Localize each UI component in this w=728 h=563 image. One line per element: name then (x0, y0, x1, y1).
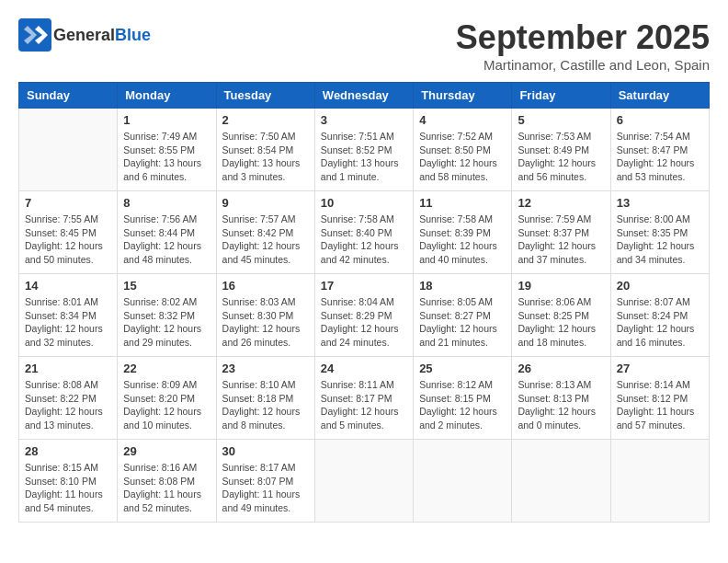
location-subtitle: Martinamor, Castille and Leon, Spain (456, 57, 710, 73)
calendar-cell: 20Sunrise: 8:07 AM Sunset: 8:24 PM Dayli… (610, 274, 709, 357)
calendar-cell: 15Sunrise: 8:02 AM Sunset: 8:32 PM Dayli… (118, 274, 216, 357)
day-info: Sunrise: 7:56 AM Sunset: 8:44 PM Dayligh… (123, 213, 210, 267)
day-number: 6 (617, 113, 703, 127)
calendar-cell: 30Sunrise: 8:17 AM Sunset: 8:07 PM Dayli… (216, 440, 314, 523)
day-number: 16 (222, 279, 309, 293)
calendar-cell: 18Sunrise: 8:05 AM Sunset: 8:27 PM Dayli… (414, 274, 512, 357)
day-info: Sunrise: 8:11 AM Sunset: 8:17 PM Dayligh… (321, 378, 407, 432)
day-number: 27 (617, 362, 703, 375)
calendar-cell: 19Sunrise: 8:06 AM Sunset: 8:25 PM Dayli… (512, 274, 610, 357)
day-info: Sunrise: 7:49 AM Sunset: 8:55 PM Dayligh… (123, 130, 210, 184)
day-info: Sunrise: 7:54 AM Sunset: 8:47 PM Dayligh… (617, 130, 703, 184)
calendar-cell: 3Sunrise: 7:51 AM Sunset: 8:52 PM Daylig… (314, 109, 413, 191)
day-info: Sunrise: 8:16 AM Sunset: 8:08 PM Dayligh… (123, 461, 210, 515)
calendar-cell: 2Sunrise: 7:50 AM Sunset: 8:54 PM Daylig… (216, 109, 314, 191)
day-header-thursday: Thursday (414, 83, 512, 109)
calendar-cell: 23Sunrise: 8:10 AM Sunset: 8:18 PM Dayli… (216, 357, 314, 440)
day-info: Sunrise: 8:14 AM Sunset: 8:12 PM Dayligh… (617, 378, 703, 432)
day-info: Sunrise: 8:07 AM Sunset: 8:24 PM Dayligh… (617, 295, 703, 350)
calendar-cell: 10Sunrise: 7:58 AM Sunset: 8:40 PM Dayli… (314, 191, 413, 274)
day-number: 30 (222, 444, 309, 458)
week-row-2: 7Sunrise: 7:55 AM Sunset: 8:45 PM Daylig… (19, 191, 710, 274)
day-info: Sunrise: 7:51 AM Sunset: 8:52 PM Dayligh… (321, 130, 407, 184)
day-number: 19 (518, 279, 604, 293)
calendar-cell: 4Sunrise: 7:52 AM Sunset: 8:50 PM Daylig… (414, 109, 512, 191)
week-row-5: 28Sunrise: 8:15 AM Sunset: 8:10 PM Dayli… (19, 440, 710, 523)
day-number: 28 (25, 444, 111, 458)
day-number: 13 (617, 196, 703, 210)
calendar-cell: 11Sunrise: 7:58 AM Sunset: 8:39 PM Dayli… (414, 191, 512, 274)
day-number: 1 (123, 113, 210, 127)
calendar-cell (314, 440, 413, 523)
calendar-cell: 17Sunrise: 8:04 AM Sunset: 8:29 PM Dayli… (314, 274, 413, 357)
day-info: Sunrise: 8:12 AM Sunset: 8:15 PM Dayligh… (419, 378, 506, 432)
day-info: Sunrise: 8:00 AM Sunset: 8:35 PM Dayligh… (617, 213, 703, 267)
day-number: 29 (123, 444, 210, 458)
day-info: Sunrise: 8:13 AM Sunset: 8:13 PM Dayligh… (518, 378, 604, 432)
day-number: 14 (25, 279, 111, 293)
calendar-cell: 6Sunrise: 7:54 AM Sunset: 8:47 PM Daylig… (610, 109, 709, 191)
day-number: 12 (518, 196, 604, 210)
day-number: 21 (25, 362, 111, 375)
calendar-header-row: SundayMondayTuesdayWednesdayThursdayFrid… (19, 83, 710, 109)
calendar-cell: 29Sunrise: 8:16 AM Sunset: 8:08 PM Dayli… (118, 440, 216, 523)
day-info: Sunrise: 8:15 AM Sunset: 8:10 PM Dayligh… (25, 461, 111, 515)
day-number: 15 (123, 279, 210, 293)
day-info: Sunrise: 8:01 AM Sunset: 8:34 PM Dayligh… (25, 295, 111, 350)
calendar-cell: 12Sunrise: 7:59 AM Sunset: 8:37 PM Dayli… (512, 191, 610, 274)
calendar-cell: 27Sunrise: 8:14 AM Sunset: 8:12 PM Dayli… (610, 357, 709, 440)
day-number: 26 (518, 362, 604, 375)
day-info: Sunrise: 8:06 AM Sunset: 8:25 PM Dayligh… (518, 295, 604, 350)
day-info: Sunrise: 7:58 AM Sunset: 8:39 PM Dayligh… (419, 213, 506, 267)
day-number: 18 (419, 279, 506, 293)
calendar-cell: 13Sunrise: 8:00 AM Sunset: 8:35 PM Dayli… (610, 191, 709, 274)
day-info: Sunrise: 8:10 AM Sunset: 8:18 PM Dayligh… (222, 378, 309, 432)
calendar-cell: 16Sunrise: 8:03 AM Sunset: 8:30 PM Dayli… (216, 274, 314, 357)
day-info: Sunrise: 8:04 AM Sunset: 8:29 PM Dayligh… (321, 295, 407, 350)
calendar-cell: 26Sunrise: 8:13 AM Sunset: 8:13 PM Dayli… (512, 357, 610, 440)
day-header-friday: Friday (512, 83, 610, 109)
day-number: 3 (321, 113, 407, 127)
calendar-cell: 7Sunrise: 7:55 AM Sunset: 8:45 PM Daylig… (19, 191, 118, 274)
day-number: 17 (321, 279, 407, 293)
day-header-tuesday: Tuesday (216, 83, 314, 109)
day-info: Sunrise: 8:09 AM Sunset: 8:20 PM Dayligh… (123, 378, 210, 432)
day-info: Sunrise: 7:50 AM Sunset: 8:54 PM Dayligh… (222, 130, 309, 184)
day-number: 23 (222, 362, 309, 375)
day-info: Sunrise: 8:03 AM Sunset: 8:30 PM Dayligh… (222, 295, 309, 350)
calendar-cell (512, 440, 610, 523)
calendar-cell: 22Sunrise: 8:09 AM Sunset: 8:20 PM Dayli… (118, 357, 216, 440)
day-info: Sunrise: 8:08 AM Sunset: 8:22 PM Dayligh… (25, 378, 111, 432)
day-number: 20 (617, 279, 703, 293)
day-number: 2 (222, 113, 309, 127)
day-info: Sunrise: 7:52 AM Sunset: 8:50 PM Dayligh… (419, 130, 506, 184)
calendar-cell: 21Sunrise: 8:08 AM Sunset: 8:22 PM Dayli… (19, 357, 118, 440)
day-number: 25 (419, 362, 506, 375)
calendar-cell: 5Sunrise: 7:53 AM Sunset: 8:49 PM Daylig… (512, 109, 610, 191)
day-info: Sunrise: 8:05 AM Sunset: 8:27 PM Dayligh… (419, 295, 506, 350)
day-header-wednesday: Wednesday (314, 83, 413, 109)
calendar-cell: 24Sunrise: 8:11 AM Sunset: 8:17 PM Dayli… (314, 357, 413, 440)
calendar-cell (414, 440, 512, 523)
logo-text: GeneralBlue (53, 26, 151, 45)
logo: GeneralBlue (18, 18, 151, 52)
day-info: Sunrise: 8:02 AM Sunset: 8:32 PM Dayligh… (123, 295, 210, 350)
day-info: Sunrise: 7:53 AM Sunset: 8:49 PM Dayligh… (518, 130, 604, 184)
day-info: Sunrise: 7:59 AM Sunset: 8:37 PM Dayligh… (518, 213, 604, 267)
day-number: 10 (321, 196, 407, 210)
calendar-cell (19, 109, 118, 191)
day-number: 9 (222, 196, 309, 210)
calendar-cell: 14Sunrise: 8:01 AM Sunset: 8:34 PM Dayli… (19, 274, 118, 357)
calendar-cell: 28Sunrise: 8:15 AM Sunset: 8:10 PM Dayli… (19, 440, 118, 523)
calendar-cell: 8Sunrise: 7:56 AM Sunset: 8:44 PM Daylig… (118, 191, 216, 274)
month-title: September 2025 (456, 18, 710, 57)
day-info: Sunrise: 7:57 AM Sunset: 8:42 PM Dayligh… (222, 213, 309, 267)
day-info: Sunrise: 7:58 AM Sunset: 8:40 PM Dayligh… (321, 213, 407, 267)
day-header-monday: Monday (118, 83, 216, 109)
day-number: 24 (321, 362, 407, 375)
week-row-4: 21Sunrise: 8:08 AM Sunset: 8:22 PM Dayli… (19, 357, 710, 440)
logo-icon (18, 18, 51, 52)
day-number: 22 (123, 362, 210, 375)
day-header-sunday: Sunday (19, 83, 118, 109)
day-number: 5 (518, 113, 604, 127)
